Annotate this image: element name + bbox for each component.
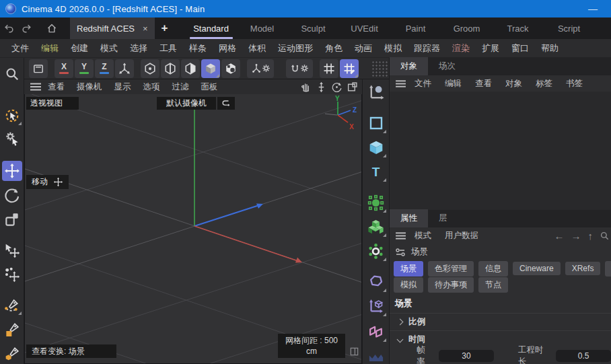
- minimize-button[interactable]: —: [588, 3, 598, 14]
- camera-name-label[interactable]: 默认摄像机: [157, 97, 216, 110]
- layout-tab-paint[interactable]: Paint: [390, 17, 441, 39]
- workflow-axis-button[interactable]: [365, 295, 387, 317]
- toggle-panel-icon[interactable]: [347, 81, 358, 93]
- point-transform-tool[interactable]: [2, 264, 22, 285]
- om-menu-bookmarks[interactable]: 书签: [561, 78, 588, 89]
- menu-extensions[interactable]: 扩展: [476, 42, 505, 54]
- primitive-cube-button[interactable]: [365, 137, 387, 158]
- duration-input[interactable]: 0.5: [556, 350, 611, 362]
- camera-menu-icon[interactable]: [217, 97, 235, 110]
- menu-mesh[interactable]: 网格: [213, 42, 242, 54]
- om-menu-file[interactable]: 文件: [409, 78, 437, 89]
- tab-objects[interactable]: 对象: [390, 57, 428, 75]
- menu-render[interactable]: 渲染: [446, 42, 476, 54]
- search-commands-button[interactable]: [2, 64, 22, 84]
- layout-tab-script[interactable]: Script: [544, 17, 595, 39]
- axis-lock-z-button[interactable]: Z: [95, 59, 114, 78]
- attribute-manager-hamburger-icon[interactable]: [395, 231, 406, 240]
- spline-pen-tool[interactable]: [2, 295, 22, 316]
- section-tab-cineware[interactable]: Cineware: [513, 262, 561, 275]
- hierarchy-up-icon[interactable]: ↑: [588, 230, 594, 242]
- scale-tool[interactable]: [2, 209, 22, 229]
- menu-animate[interactable]: 动画: [349, 42, 378, 54]
- fps-input[interactable]: 30: [439, 350, 494, 362]
- make-editable-button[interactable]: [29, 59, 48, 78]
- menu-volume[interactable]: 体积: [242, 42, 272, 54]
- field-button[interactable]: [365, 271, 387, 293]
- view-name-label[interactable]: 透视视图: [26, 97, 79, 110]
- tweak-mode-tool[interactable]: [2, 129, 22, 149]
- section-tab-info[interactable]: 信息: [478, 261, 508, 277]
- toolbar-drag-handle[interactable]: [371, 61, 389, 77]
- quantize-settings-button[interactable]: [340, 59, 359, 78]
- om-menu-view[interactable]: 查看: [470, 78, 497, 89]
- menu-help[interactable]: 帮助: [535, 42, 565, 54]
- render-instances-button[interactable]: [365, 321, 387, 342]
- volume-builder-button[interactable]: [365, 216, 387, 238]
- left-toolbar-drag-handle[interactable]: [4, 59, 20, 60]
- move-tool[interactable]: [2, 161, 22, 181]
- polygons-mode-button[interactable]: [181, 59, 200, 78]
- menu-tracker[interactable]: 跟踪器: [408, 42, 446, 54]
- vp-menu-view[interactable]: 查看: [42, 81, 71, 93]
- live-selection-tool[interactable]: [2, 106, 22, 126]
- axis-gizmo[interactable]: Y Z X: [324, 96, 361, 135]
- menu-window[interactable]: 窗口: [505, 42, 535, 54]
- viewport-corner-icon[interactable]: [349, 347, 359, 357]
- snap-grid-button[interactable]: [320, 59, 338, 78]
- object-manager-hamburger-icon[interactable]: [395, 79, 406, 88]
- attribute-search-icon[interactable]: [600, 231, 610, 241]
- tab-attributes[interactable]: 属性: [390, 209, 428, 227]
- tab-layers[interactable]: 层: [428, 209, 458, 227]
- layout-tab-sculpt[interactable]: Sculpt: [288, 17, 339, 39]
- close-tab-icon[interactable]: ×: [143, 24, 148, 34]
- edges-mode-button[interactable]: [161, 59, 180, 78]
- am-menu-mode[interactable]: 模式: [409, 230, 437, 242]
- pan-hand-icon[interactable]: [300, 81, 312, 93]
- transform-tool[interactable]: [2, 240, 22, 260]
- om-menu-objects[interactable]: 对象: [500, 78, 528, 89]
- section-tab-nodes[interactable]: 节点: [478, 277, 508, 293]
- asset-axis-tool[interactable]: [365, 82, 387, 104]
- text-tool-button[interactable]: T: [365, 161, 387, 182]
- menu-file[interactable]: 文件: [5, 42, 35, 54]
- section-tab-simulation[interactable]: 模拟: [394, 277, 423, 293]
- menu-mode[interactable]: 模式: [94, 42, 124, 54]
- layout-tab-model[interactable]: Model: [237, 17, 288, 39]
- undo-button[interactable]: [0, 17, 17, 39]
- spline-primitive-button[interactable]: [365, 112, 387, 134]
- orbit-rotate-icon[interactable]: [331, 81, 343, 93]
- menu-simulate[interactable]: 模拟: [378, 42, 408, 54]
- layout-tab-standard[interactable]: Standard: [186, 17, 237, 39]
- object-list[interactable]: [390, 92, 611, 210]
- add-tab-button[interactable]: +: [155, 17, 175, 39]
- axis-lock-y-button[interactable]: Y: [75, 59, 94, 78]
- viewport-canvas[interactable]: 透视视图 默认摄像机 Y Z X 移动 查看变换: 场景 网格间距 : 500 …: [24, 94, 362, 364]
- texture-mode-button[interactable]: [221, 59, 240, 78]
- symmetry-button[interactable]: [286, 59, 313, 78]
- history-forward-icon[interactable]: →: [571, 230, 581, 242]
- menu-mograph[interactable]: 运动图形: [272, 42, 319, 54]
- rectangle-spline-tool[interactable]: [2, 320, 22, 340]
- axis-lock-x-button[interactable]: X: [55, 59, 73, 78]
- model-mode-button[interactable]: [201, 59, 220, 78]
- document-tab[interactable]: Redshift ACES ×: [70, 17, 155, 39]
- history-back-icon[interactable]: ←: [554, 230, 565, 242]
- section-tab-color-management[interactable]: 色彩管理: [428, 261, 474, 277]
- generator-button[interactable]: [365, 192, 387, 213]
- layout-tab-uvedit[interactable]: UVEdit: [339, 17, 390, 39]
- tab-takes[interactable]: 场次: [428, 57, 466, 75]
- points-mode-button[interactable]: [141, 59, 159, 78]
- layout-tab-groom[interactable]: Groom: [441, 17, 493, 39]
- am-menu-userdata[interactable]: 用户数据: [439, 230, 484, 242]
- group-scale[interactable]: 比例: [390, 313, 611, 330]
- vp-menu-cameras[interactable]: 摄像机: [71, 81, 108, 93]
- vp-menu-options[interactable]: 选项: [137, 81, 166, 93]
- section-tab-todo[interactable]: 待办事项: [428, 277, 474, 293]
- menu-character[interactable]: 角色: [319, 42, 349, 54]
- menu-create[interactable]: 创建: [65, 42, 94, 54]
- menu-tools[interactable]: 工具: [153, 42, 183, 54]
- vp-menu-filter[interactable]: 过滤: [166, 81, 195, 93]
- redo-button[interactable]: [17, 17, 35, 39]
- enable-axis-button[interactable]: [247, 59, 274, 78]
